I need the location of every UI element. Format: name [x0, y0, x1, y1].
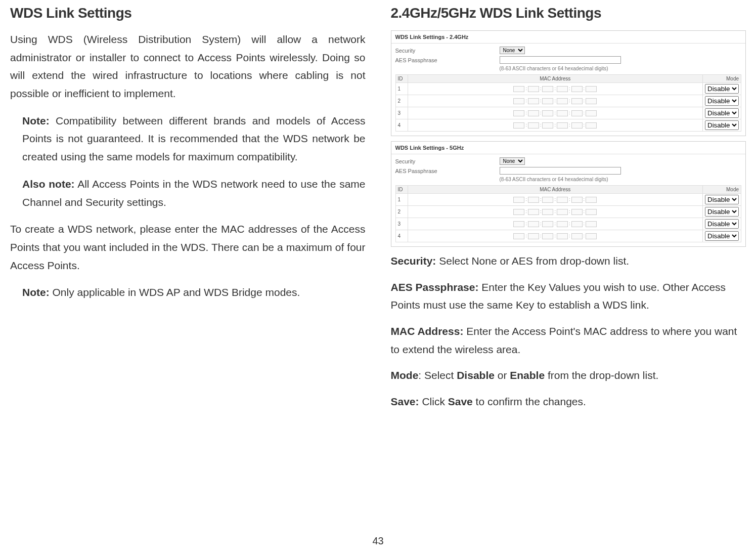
- aes-input-5[interactable]: [500, 167, 621, 175]
- mac-octet-input[interactable]: [571, 86, 583, 92]
- def-mode-opt2: Enable: [510, 369, 545, 381]
- def-security-text: Select None or AES from drop-down list.: [436, 255, 629, 267]
- note-3-label: Note:: [22, 286, 50, 298]
- mac-octet-input[interactable]: [513, 221, 524, 227]
- mac-octet-input[interactable]: [542, 221, 553, 227]
- mac-octet-input[interactable]: [542, 197, 553, 203]
- mac-octet-input[interactable]: [513, 209, 524, 215]
- aes-hint-5: (8-63 ASCII characters or 64 hexadecimal…: [500, 177, 608, 182]
- mac-octet-input[interactable]: [557, 197, 568, 203]
- page-number: 43: [372, 535, 383, 547]
- security-select-5[interactable]: None: [500, 157, 525, 165]
- mac-octet-input[interactable]: [571, 233, 583, 239]
- mac-octet-input[interactable]: [571, 197, 583, 203]
- panel-24-body: Security None AES Passphrase (8-63 ASCII…: [391, 44, 746, 136]
- mac-octet-input[interactable]: [542, 209, 553, 215]
- row-id: 4: [395, 119, 408, 132]
- mac-octet-input[interactable]: [528, 110, 539, 116]
- mode-select[interactable]: Disable: [705, 96, 739, 106]
- table-row: 1 ::::: Disable: [395, 194, 741, 206]
- security-select-24[interactable]: None: [500, 47, 525, 54]
- mac-octet-input[interactable]: [586, 221, 597, 227]
- mac-octet-input[interactable]: [557, 122, 568, 129]
- mac-octet-input[interactable]: [571, 122, 583, 129]
- aes-label-24: AES Passphrase: [395, 57, 497, 63]
- mac-octet-input[interactable]: [571, 98, 583, 104]
- mac-octet-input[interactable]: [542, 233, 553, 239]
- mac-octet-input[interactable]: [571, 209, 583, 215]
- mac-octet-input[interactable]: [542, 86, 553, 92]
- def-save-pre: Click: [419, 396, 448, 407]
- row-id: 3: [395, 107, 408, 119]
- row-id: 2: [395, 206, 408, 218]
- mac-octet-input[interactable]: [528, 221, 539, 227]
- mode-select[interactable]: Disable: [705, 207, 739, 217]
- left-column: WDS Link Settings Using WDS (Wireless Di…: [10, 5, 366, 419]
- mode-select[interactable]: Disable: [705, 84, 739, 94]
- mac-octet-input[interactable]: [586, 110, 597, 116]
- mac-octet-input[interactable]: [542, 98, 553, 104]
- security-label-5: Security: [395, 158, 497, 164]
- mode-select[interactable]: Disable: [705, 120, 739, 130]
- table-row: 2 ::::: Disable: [395, 95, 741, 107]
- mac-octet-input[interactable]: [586, 98, 597, 104]
- def-mode-sep: : Select: [418, 369, 457, 381]
- mac-octet-input[interactable]: [586, 197, 597, 203]
- mac-octet-input[interactable]: [586, 209, 597, 215]
- mac-octet-input[interactable]: [513, 122, 524, 129]
- mac-octet-input[interactable]: [513, 197, 524, 203]
- mac-octet-input[interactable]: [542, 122, 553, 129]
- mac-octet-input[interactable]: [586, 122, 597, 129]
- mac-octet-input[interactable]: [528, 86, 539, 92]
- mac-octet-input[interactable]: [557, 233, 568, 239]
- note-2-label: Also note:: [22, 178, 75, 190]
- note-3: Note: Only applicable in WDS AP and WDS …: [22, 283, 366, 302]
- note-1: Note: Compatibility between different br…: [22, 112, 366, 166]
- mac-octet-input[interactable]: [528, 122, 539, 129]
- def-aes: AES Passphrase: Enter the Key Values you…: [391, 278, 746, 314]
- def-save-btn: Save: [448, 396, 473, 407]
- mac-cell: :::::: [408, 119, 703, 132]
- mac-octet-input[interactable]: [513, 86, 524, 92]
- def-aes-label: AES Passphrase:: [391, 281, 479, 293]
- mac-octet-input[interactable]: [571, 110, 583, 116]
- mode-select[interactable]: Disable: [705, 108, 739, 118]
- mac-octet-input[interactable]: [586, 86, 597, 92]
- mode-select[interactable]: Disable: [705, 195, 739, 204]
- def-mac-label: MAC Address:: [391, 325, 464, 337]
- wds-heading: WDS Link Settings: [10, 5, 366, 21]
- instructions-paragraph: To create a WDS network, please enter th…: [10, 220, 366, 274]
- mac-octet-input[interactable]: [528, 209, 539, 215]
- mac-octet-input[interactable]: [557, 209, 568, 215]
- mac-octet-input[interactable]: [557, 98, 568, 104]
- col-id-24: ID: [395, 75, 408, 83]
- mac-cell: :::::: [408, 230, 703, 242]
- aes-row-5: AES Passphrase: [395, 166, 742, 176]
- mac-octet-input[interactable]: [528, 233, 539, 239]
- mac-octet-input[interactable]: [528, 98, 539, 104]
- def-save-text: to confirm the changes.: [473, 396, 586, 407]
- mac-octet-input[interactable]: [513, 98, 524, 104]
- aes-hint-24: (8-63 ASCII characters or 64 hexadecimal…: [500, 66, 608, 71]
- mac-octet-input[interactable]: [513, 110, 524, 116]
- aes-input-24[interactable]: [500, 56, 621, 64]
- mode-select[interactable]: Disable: [705, 231, 739, 241]
- col-mode-24: Mode: [703, 75, 741, 83]
- panel-5-title: WDS Link Settings - 5GHz: [391, 142, 746, 154]
- mac-octet-input[interactable]: [557, 110, 568, 116]
- mac-octet-input[interactable]: [557, 86, 568, 92]
- aes-hint-row-24: (8-63 ASCII characters or 64 hexadecimal…: [395, 65, 742, 72]
- row-id: 1: [395, 194, 408, 206]
- mac-cell: :::::: [408, 95, 703, 107]
- mac-octet-input[interactable]: [542, 110, 553, 116]
- right-heading: 2.4GHz/5GHz WDS Link Settings: [391, 5, 746, 21]
- note-3-text: Only applicable in WDS AP and WDS Bridge…: [50, 286, 300, 298]
- mode-select[interactable]: Disable: [705, 219, 739, 229]
- mac-octet-input[interactable]: [557, 221, 568, 227]
- mac-cell: :::::: [408, 194, 703, 206]
- mac-octet-input[interactable]: [513, 233, 524, 239]
- row-id: 3: [395, 218, 408, 230]
- mac-octet-input[interactable]: [528, 197, 539, 203]
- mac-octet-input[interactable]: [586, 233, 597, 239]
- mac-octet-input[interactable]: [571, 221, 583, 227]
